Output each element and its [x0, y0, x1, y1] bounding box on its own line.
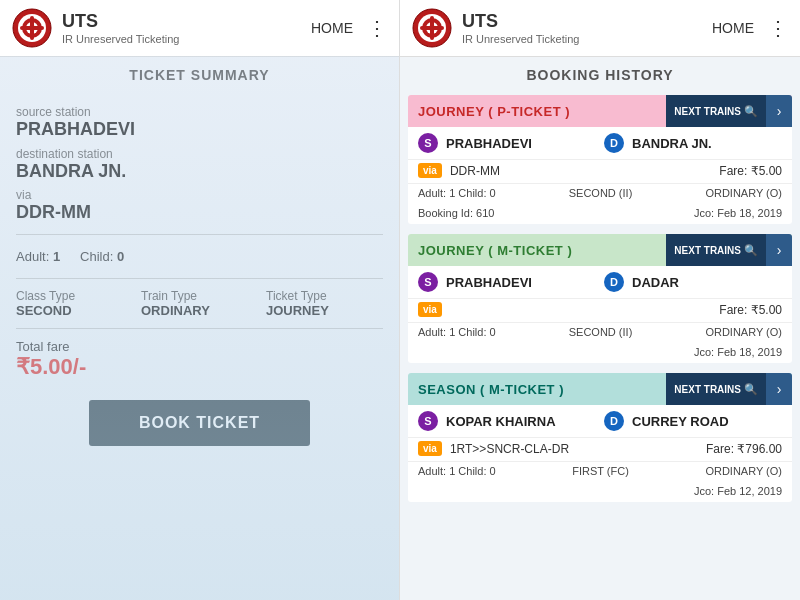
jco-date: Jco: Feb 18, 2019	[694, 207, 782, 219]
ticket-type-text: ORDINARY (O)	[705, 326, 782, 338]
source-label: source station	[16, 105, 383, 119]
class-type-header: Class Type	[16, 289, 133, 303]
class-text: SECOND (II)	[569, 326, 633, 338]
ticket-card: JOURNEY ( P-TICKET ) NEXT TRAINS 🔍 › S P…	[408, 95, 792, 224]
next-trains-btn[interactable]: NEXT TRAINS 🔍	[666, 373, 766, 405]
source-station: PRABHADEVI	[446, 136, 596, 151]
ticket-type-text: ORDINARY (O)	[705, 187, 782, 199]
fare-text: Fare: ₹796.00	[706, 442, 782, 456]
next-trains-label: NEXT TRAINS	[674, 245, 741, 256]
left-header: UTS IR Unreserved Ticketing HOME ⋮	[0, 0, 399, 57]
ticket-type-label: SEASON ( M-TICKET )	[418, 382, 564, 397]
right-header-title: UTS IR Unreserved Ticketing	[462, 11, 712, 45]
jco-date: Jco: Feb 12, 2019	[694, 485, 782, 497]
next-trains-label: NEXT TRAINS	[674, 384, 741, 395]
logo-right	[412, 8, 452, 48]
class-text: FIRST (FC)	[572, 465, 629, 477]
child-value: 0	[117, 249, 124, 264]
search-icon: 🔍	[744, 105, 758, 118]
dest-value: BANDRA JN.	[16, 161, 383, 183]
ticket-summary-body: source station PRABHADEVI destination st…	[0, 89, 399, 600]
right-panel: UTS IR Unreserved Ticketing HOME ⋮ BOOKI…	[400, 0, 800, 600]
logo-left	[12, 8, 52, 48]
via-label: via	[16, 188, 383, 202]
ticket-card: JOURNEY ( M-TICKET ) NEXT TRAINS 🔍 › S P…	[408, 234, 792, 363]
adult-label: Adult: 1	[16, 249, 60, 264]
via-route: 1RT>>SNCR-CLA-DR	[450, 442, 698, 456]
dest-station: BANDRA JN.	[632, 136, 782, 151]
booking-meta: Jco: Feb 18, 2019	[408, 343, 792, 363]
card-arrow[interactable]: ›	[766, 373, 792, 405]
class-type-value: SECOND	[16, 303, 133, 318]
dest-station: CURREY ROAD	[632, 414, 782, 429]
ticket-type-value: JOURNEY	[266, 303, 383, 318]
source-badge: S	[418, 272, 438, 292]
search-icon: 🔍	[744, 244, 758, 257]
source-badge: S	[418, 411, 438, 431]
source-station: PRABHADEVI	[446, 275, 596, 290]
dest-label: destination station	[16, 147, 383, 161]
app-name-left: UTS	[62, 11, 311, 33]
ticket-card: SEASON ( M-TICKET ) NEXT TRAINS 🔍 › S KO…	[408, 373, 792, 502]
via-badge: via	[418, 302, 442, 317]
via-badge: via	[418, 163, 442, 178]
dest-badge: D	[604, 411, 624, 431]
fare-text: Fare: ₹5.00	[719, 303, 782, 317]
dest-badge: D	[604, 272, 624, 292]
via-route: DDR-MM	[450, 164, 711, 178]
type-headers: Class Type Train Type Ticket Type	[16, 289, 383, 303]
next-trains-label: NEXT TRAINS	[674, 106, 741, 117]
class-text: SECOND (II)	[569, 187, 633, 199]
child-label: Child: 0	[80, 249, 124, 264]
menu-dots-right[interactable]: ⋮	[768, 18, 788, 38]
dest-station: DADAR	[632, 275, 782, 290]
card-arrow[interactable]: ›	[766, 234, 792, 266]
adult-child-text: Adult: 1 Child: 0	[418, 326, 496, 338]
type-values: SECOND ORDINARY JOURNEY	[16, 303, 383, 318]
source-badge: S	[418, 133, 438, 153]
train-type-value: ORDINARY	[141, 303, 258, 318]
fare-text: Fare: ₹5.00	[719, 164, 782, 178]
train-type-header: Train Type	[141, 289, 258, 303]
total-fare-label: Total fare	[16, 339, 383, 354]
next-trains-btn[interactable]: NEXT TRAINS 🔍	[666, 234, 766, 266]
left-panel: UTS IR Unreserved Ticketing HOME ⋮ TICKE…	[0, 0, 400, 600]
svg-rect-13	[430, 16, 434, 40]
book-ticket-button[interactable]: BOOK TICKET	[89, 400, 310, 446]
source-value: PRABHADEVI	[16, 119, 383, 141]
next-trains-btn[interactable]: NEXT TRAINS 🔍	[666, 95, 766, 127]
total-fare-value: ₹5.00/-	[16, 354, 383, 380]
right-section-title: BOOKING HISTORY	[400, 57, 800, 89]
app-subtitle-left: IR Unreserved Ticketing	[62, 33, 311, 45]
menu-dots-left[interactable]: ⋮	[367, 18, 387, 38]
source-station: KOPAR KHAIRNA	[446, 414, 596, 429]
jco-date: Jco: Feb 18, 2019	[694, 346, 782, 358]
booking-meta: Booking Id: 610 Jco: Feb 18, 2019	[408, 204, 792, 224]
card-arrow[interactable]: ›	[766, 95, 792, 127]
ticket-type-header: Ticket Type	[266, 289, 383, 303]
via-badge: via	[418, 441, 442, 456]
ticket-type-label: JOURNEY ( P-TICKET )	[418, 104, 570, 119]
search-icon: 🔍	[744, 383, 758, 396]
adult-child-info: Adult: 1 Child: 0 FIRST (FC) ORDINARY (O…	[408, 461, 792, 482]
left-header-title: UTS IR Unreserved Ticketing	[62, 11, 311, 45]
adult-child-text: Adult: 1 Child: 0	[418, 465, 496, 477]
via-value: DDR-MM	[16, 202, 383, 224]
booking-history-body: JOURNEY ( P-TICKET ) NEXT TRAINS 🔍 › S P…	[400, 89, 800, 600]
adult-child-text: Adult: 1 Child: 0	[418, 187, 496, 199]
booking-id: Booking Id: 610	[418, 207, 494, 219]
adult-child-row: Adult: 1 Child: 0	[16, 245, 383, 268]
svg-rect-6	[30, 16, 34, 40]
home-link-right[interactable]: HOME	[712, 20, 754, 36]
booking-meta: Jco: Feb 12, 2019	[408, 482, 792, 502]
home-link-left[interactable]: HOME	[311, 20, 353, 36]
left-nav: HOME ⋮	[311, 18, 387, 38]
right-nav: HOME ⋮	[712, 18, 788, 38]
ticket-type-text: ORDINARY (O)	[705, 465, 782, 477]
ticket-type-label: JOURNEY ( M-TICKET )	[418, 243, 572, 258]
adult-child-info: Adult: 1 Child: 0 SECOND (II) ORDINARY (…	[408, 322, 792, 343]
dest-badge: D	[604, 133, 624, 153]
adult-value: 1	[53, 249, 60, 264]
app-name-right: UTS	[462, 11, 712, 33]
left-section-title: TICKET SUMMARY	[0, 57, 399, 89]
